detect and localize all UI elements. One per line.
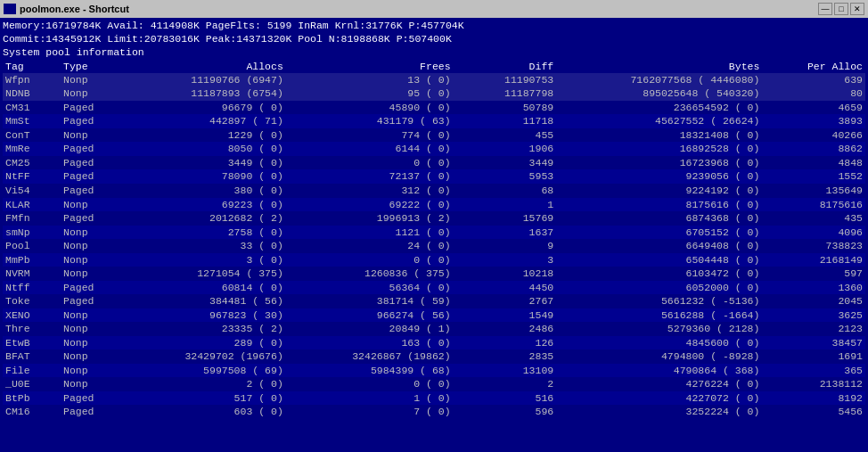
cell-peralloc: 597 [762,267,865,281]
cell-type: Nonp [61,253,119,267]
cell-tag: EtwB [3,336,61,350]
info-line-1: Memory:16719784K Avail: 4114908K PageFlt… [3,20,865,33]
header-type: Type [61,60,119,73]
cell-tag: BtPb [3,391,61,406]
cell-diff: 2 [454,377,557,391]
cell-frees: 381714 ( 59) [286,294,454,308]
cell-peralloc: 2045 [762,294,865,308]
cell-peralloc: 365 [762,364,865,378]
cell-type: Nonp [61,239,119,253]
cell-frees: 0 ( 0) [286,156,454,170]
cell-diff: 1637 [454,226,557,240]
cell-bytes: 895025648 ( 540320) [556,86,762,101]
cell-tag: _U0E [3,377,61,391]
app-icon [4,4,16,14]
cell-tag: MmPb [3,253,61,267]
cell-peralloc: 3625 [762,308,865,323]
cell-bytes: 6705152 ( 0) [556,226,762,240]
cell-frees: 1260836 ( 375) [286,267,454,281]
header-frees: Frees [286,60,454,73]
header-tag: Tag [3,60,61,73]
cell-type: Nonp [61,364,119,378]
cell-peralloc: 135649 [762,184,865,198]
cell-allocs: 2012682 ( 2) [119,211,286,226]
cell-tag: ConT [3,128,61,143]
cell-diff: 596 [454,405,557,419]
cell-peralloc: 2138112 [762,377,865,391]
cell-type: Nonp [61,349,119,364]
table-row: TokePaged384481 ( 56)381714 ( 59)2767566… [3,294,865,308]
table-row: BFATNonp32429702 (19676)32426867 (19862)… [3,349,865,364]
cell-allocs: 23335 ( 2) [119,322,286,336]
cell-bytes: 6052000 ( 0) [556,281,762,295]
table-row: NDNBNonp11187893 (6754)95 ( 0)1118779889… [3,86,865,101]
cell-tag: NDNB [3,86,61,101]
cell-frees: 774 ( 0) [286,128,454,143]
cell-type: Nonp [61,128,119,143]
table-row: FileNonp5997508 ( 69)5984399 ( 68)131094… [3,364,865,378]
cell-bytes: 6649408 ( 0) [556,239,762,253]
title-bar-controls: — □ ✕ [818,3,864,15]
cell-diff: 15769 [454,211,557,226]
cell-tag: CM31 [3,101,61,115]
header-bytes: Bytes [556,60,762,73]
cell-allocs: 69223 ( 0) [119,198,286,212]
table-row: XENONonp967823 ( 30)966274 ( 56)15495616… [3,308,865,323]
close-button[interactable]: ✕ [850,3,864,15]
cell-diff: 11190753 [454,73,557,87]
cell-peralloc: 4848 [762,156,865,170]
cell-tag: NVRM [3,267,61,281]
cell-tag: BFAT [3,349,61,364]
cell-allocs: 3 ( 0) [119,253,286,267]
cell-tag: FMfn [3,211,61,226]
cell-bytes: 9239056 ( 0) [556,169,762,184]
cell-peralloc: 1360 [762,281,865,295]
cell-peralloc: 8175616 [762,198,865,212]
cell-bytes: 4845600 ( 0) [556,336,762,350]
cell-tag: NtFF [3,169,61,184]
minimize-button[interactable]: — [818,3,832,15]
header-allocs: Allocs [119,60,286,73]
cell-frees: 163 ( 0) [286,336,454,350]
table-row: ThreNonp23335 ( 2)20849 ( 1)24865279360 … [3,322,865,336]
cell-allocs: 1229 ( 0) [119,128,286,143]
cell-tag: Wfpn [3,73,61,87]
cell-peralloc: 5456 [762,405,865,419]
cell-diff: 11187798 [454,86,557,101]
cell-type: Nonp [61,336,119,350]
cell-type: Paged [61,142,119,156]
cell-frees: 13 ( 0) [286,73,454,87]
cell-type: Paged [61,114,119,128]
cell-allocs: 32429702 (19676) [119,349,286,364]
info-line-2: Commit:14345912K Limit:20783016K Peak:14… [3,33,865,46]
pool-table: Tag Type Allocs Frees Diff Bytes Per All… [3,60,865,419]
cell-bytes: 6874368 ( 0) [556,211,762,226]
cell-bytes: 4227072 ( 0) [556,391,762,406]
table-row: MmStPaged442897 ( 71)431179 ( 63)1171845… [3,114,865,128]
cell-type: Paged [61,391,119,406]
header-peralloc: Per Alloc [762,60,865,73]
cell-type: Nonp [61,198,119,212]
cell-peralloc: 4096 [762,226,865,240]
cell-type: Paged [61,169,119,184]
cell-peralloc: 38457 [762,336,865,350]
cell-diff: 3449 [454,156,557,170]
cell-bytes: 9224192 ( 0) [556,184,762,198]
window-title: poolmon.exe - Shortcut [20,4,129,14]
cell-type: Paged [61,184,119,198]
pool-table-container: Tag Type Allocs Frees Diff Bytes Per All… [3,60,865,419]
cell-tag: Thre [3,322,61,336]
cell-allocs: 5997508 ( 69) [119,364,286,378]
cell-allocs: 60814 ( 0) [119,281,286,295]
cell-frees: 56364 ( 0) [286,281,454,295]
cell-bytes: 4794800 ( -8928) [556,349,762,364]
cell-allocs: 8050 ( 0) [119,142,286,156]
table-row: WfpnNonp11190766 (6947)13 ( 0)1119075371… [3,73,865,87]
cell-bytes: 16723968 ( 0) [556,156,762,170]
maximize-button[interactable]: □ [834,3,848,15]
cell-diff: 2835 [454,349,557,364]
table-row: CM16Paged603 ( 0)7 ( 0)5963252224 ( 0)54… [3,405,865,419]
cell-type: Nonp [61,86,119,101]
cell-peralloc: 435 [762,211,865,226]
cell-frees: 431179 ( 63) [286,114,454,128]
